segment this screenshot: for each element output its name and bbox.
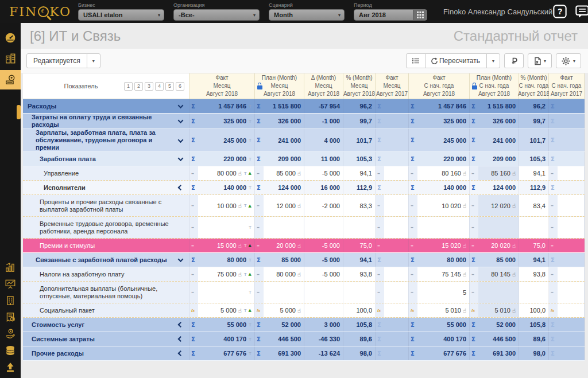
cell-pct-ytd[interactable]: 93,8 <box>519 267 549 281</box>
cell-fact-month[interactable]: fx5 000☝T▲ <box>189 303 255 317</box>
cell-plan-ytd[interactable]: –80 145☝ <box>470 267 519 281</box>
row-label-cell[interactable]: Премии и стимулы <box>23 239 189 252</box>
sum-icon[interactable]: Σ <box>377 336 385 342</box>
level-button-1[interactable]: 1 <box>124 82 133 91</box>
cell-plan-month[interactable]: fx5 000☝ <box>255 303 304 317</box>
cell-fact-ytd-py[interactable]: fx <box>549 303 585 317</box>
sum-icon[interactable]: Σ <box>377 350 385 357</box>
sum-icon[interactable]: Σ <box>257 137 265 143</box>
column-header-fact-ytd[interactable]: ФактС нач. годаАвгуст 2018 <box>409 73 470 99</box>
cell-plan-ytd[interactable]: fx5 010☝ <box>470 303 519 317</box>
chevron-left-icon[interactable] <box>178 350 184 356</box>
sum-icon[interactable]: Σ <box>191 118 199 124</box>
chevron-down-icon[interactable] <box>178 256 184 262</box>
sum-icon[interactable]: Σ <box>191 322 199 328</box>
sum-icon[interactable]: Σ <box>471 257 479 263</box>
cell-fact-ytd[interactable]: –75 145☝ <box>409 267 470 281</box>
sum-icon[interactable]: Σ <box>471 156 479 162</box>
sum-icon[interactable]: Σ <box>377 137 385 143</box>
cell-fact-month[interactable]: –80 000☝T▲ <box>189 166 255 180</box>
sum-icon[interactable]: Σ <box>471 185 479 191</box>
row-label-cell[interactable]: Системные затраты <box>23 332 189 346</box>
sum-icon[interactable]: Σ <box>551 185 559 191</box>
sum-icon[interactable]: Σ <box>411 103 419 110</box>
finoko-logo[interactable]: FIN€KO <box>0 5 71 19</box>
row-label-cell[interactable]: Связанные с заработной платой расходы <box>23 253 189 267</box>
column-header-pct-ytd[interactable]: % (Month)С нач. годаАвгуст 2018 <box>519 73 549 99</box>
cell-pct-ytd[interactable] <box>519 217 549 238</box>
cell-fact-month[interactable]: –15 000☝T▲ <box>189 239 255 252</box>
cell-fact-month-py[interactable]: fx <box>376 303 409 317</box>
sum-icon[interactable]: Σ <box>257 156 265 162</box>
sum-icon[interactable]: Σ <box>257 118 265 124</box>
cell-plan-ytd[interactable]: –20 020☝ <box>470 239 519 252</box>
sidebar-item-presentation[interactable] <box>0 276 21 292</box>
cell-pct-month[interactable] <box>343 282 376 303</box>
sidebar-item-dashboard[interactable] <box>0 29 21 47</box>
messages-button[interactable] <box>575 4 588 19</box>
column-header-fact-month[interactable]: ФактМесяцАвгуст 2018 <box>189 73 255 99</box>
cell-pct-ytd[interactable]: 100,0 <box>519 303 549 317</box>
formula-icon[interactable]: fx <box>377 309 385 313</box>
cell-pct-month[interactable]: 100,0 <box>343 303 376 317</box>
sidebar-item-invoice[interactable] <box>0 309 21 325</box>
sum-icon[interactable]: Σ <box>411 156 419 162</box>
sidebar-item-upload[interactable] <box>0 359 21 375</box>
row-label-cell[interactable]: Зарплаты, заработная плата, плата за обс… <box>23 129 189 151</box>
sum-icon[interactable]: Σ <box>191 257 199 263</box>
sum-icon[interactable]: Σ <box>411 322 419 328</box>
sum-icon[interactable]: Σ <box>551 322 559 328</box>
cell-pct-ytd[interactable]: 83,4 <box>519 195 549 216</box>
organization-select[interactable]: -Все- ▾ <box>173 9 260 21</box>
cell-fact-month[interactable]: –T <box>189 282 255 303</box>
formula-icon[interactable]: fx <box>257 309 265 313</box>
sum-icon[interactable]: Σ <box>377 156 385 162</box>
level-button-3[interactable]: 3 <box>145 82 153 91</box>
chevron-down-icon[interactable] <box>178 155 184 161</box>
user-name[interactable]: Finoko Александр Сандульский <box>443 7 552 16</box>
sidebar-item-database[interactable] <box>0 342 21 358</box>
row-label-cell[interactable]: Расходы <box>23 99 189 113</box>
sum-icon[interactable]: Σ <box>471 322 479 328</box>
column-header-fact-month-py[interactable]: ФактМесяцАвгуст 2017 <box>376 73 409 99</box>
sum-icon[interactable]: Σ <box>411 185 419 191</box>
sum-icon[interactable]: Σ <box>411 336 419 342</box>
sidebar-item-buildings[interactable] <box>0 49 21 68</box>
chevron-down-icon[interactable] <box>178 137 184 143</box>
sum-icon[interactable]: Σ <box>551 118 559 124</box>
cell-pct-month[interactable]: 93,8 <box>343 267 376 281</box>
cell-plan-ytd[interactable]: – <box>470 282 519 303</box>
chevron-down-icon[interactable] <box>178 103 184 108</box>
cell-delta-month[interactable]: -5 000 <box>304 166 343 180</box>
sum-icon[interactable]: Σ <box>411 350 419 357</box>
settings-button[interactable]: ▾ <box>556 53 581 68</box>
sidebar-item-payment[interactable] <box>0 326 21 342</box>
sum-icon[interactable]: Σ <box>471 350 479 357</box>
chevron-left-icon[interactable] <box>178 336 184 342</box>
sum-icon[interactable]: Σ <box>411 257 419 263</box>
sum-icon[interactable]: Σ <box>377 185 385 191</box>
sum-icon[interactable]: Σ <box>471 137 479 143</box>
sum-icon[interactable]: Σ <box>551 257 559 263</box>
cell-plan-month[interactable]: –80 000☝ <box>255 267 304 281</box>
sum-icon[interactable]: Σ <box>551 336 559 342</box>
sum-icon[interactable]: Σ <box>257 257 265 263</box>
edit-status-dropdown-button[interactable]: ▾ <box>87 53 100 68</box>
cell-plan-month[interactable]: –12 000☝ <box>255 195 304 216</box>
chevron-down-icon[interactable] <box>178 118 184 123</box>
cell-fact-month[interactable]: –75 000☝T▲ <box>189 267 255 281</box>
cell-delta-month[interactable]: -2 000 <box>304 195 343 216</box>
column-header-plan-ytd[interactable]: План (Month)С нач. годаАвгуст 2018 <box>470 73 519 99</box>
formula-icon[interactable]: fx <box>471 309 479 313</box>
row-label-cell[interactable]: Исполнители <box>23 181 189 194</box>
cell-pct-ytd[interactable] <box>519 282 549 303</box>
cell-fact-month-py[interactable]: – <box>376 282 409 303</box>
calendar-picker-button[interactable] <box>413 10 427 20</box>
cell-fact-month-py[interactable]: – <box>376 239 409 252</box>
cell-fact-ytd[interactable]: –15 020☝ <box>409 239 470 252</box>
cell-fact-month-py[interactable]: – <box>376 166 409 180</box>
cell-delta-month[interactable] <box>304 282 343 303</box>
edit-status-button[interactable]: Редактируется <box>26 53 87 68</box>
cell-plan-month[interactable]: – <box>255 282 304 303</box>
cell-pct-month[interactable]: 75,0 <box>343 239 376 252</box>
